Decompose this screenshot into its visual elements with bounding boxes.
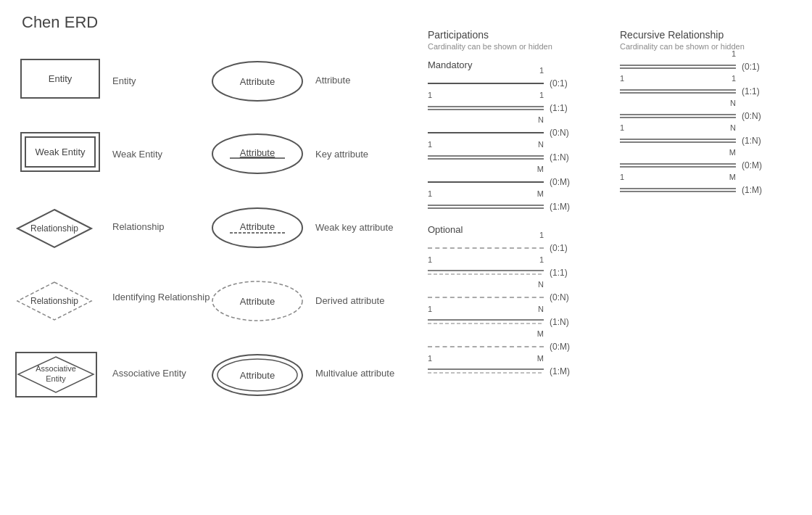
mandatory-0m-right-num: M	[537, 165, 544, 173]
attribute-weakkey-row: Attribute	[210, 206, 304, 252]
recursive-1m-card: (1:M)	[742, 185, 762, 195]
assoc-entity-shape-row: Associative Entity	[14, 351, 98, 398]
mandatory-0n-card: (0:N)	[550, 128, 569, 138]
recursive-1n-row: 1 N (1:N)	[620, 133, 801, 148]
associative-entity-label: Associative Entity	[112, 368, 186, 379]
attribute-normal-row: Attribute	[210, 59, 304, 105]
mandatory-11-right-num: 1	[539, 91, 544, 99]
optional-11-card: (1:1)	[550, 268, 568, 278]
optional-0n-dashed	[428, 297, 544, 298]
attribute-multivalue-svg: Attribute	[210, 352, 304, 399]
optional-11-lines	[428, 268, 544, 277]
recursive-1m-line: 1 M	[620, 183, 736, 197]
optional-1n-lines	[428, 318, 544, 326]
recursive-0n-line: N	[620, 109, 736, 123]
entity-shape: Entity	[20, 59, 100, 99]
weak-entity-shape-label: Weak Entity	[35, 147, 85, 157]
page-title: Chen ERD	[22, 13, 98, 32]
optional-0m-dashed	[428, 346, 544, 347]
attribute-derived-svg: Attribute	[210, 279, 304, 323]
svg-text:Attribute: Attribute	[240, 221, 275, 232]
recursive-0m-row: M (0:M)	[620, 158, 801, 173]
recursive-0n-right-num: N	[730, 99, 736, 107]
mandatory-1m-card: (1:M)	[550, 202, 570, 212]
relationship-diamond-svg	[14, 207, 94, 250]
entity-label: Entity	[112, 75, 136, 86]
attribute-normal-svg: Attribute	[210, 59, 304, 103]
participations-title: Participations	[428, 29, 620, 41]
optional-0m-row: M (0:M)	[428, 339, 620, 354]
mandatory-0n-row: N (0:N)	[428, 125, 620, 140]
recursive-0m-line: M	[620, 158, 736, 173]
recursive-1n-left-num: 1	[620, 123, 624, 132]
recursive-0n-card: (0:N)	[742, 111, 761, 121]
optional-0m-line: M	[428, 339, 544, 354]
svg-text:Attribute: Attribute	[240, 296, 275, 307]
optional-1n-left-num: 1	[428, 305, 432, 313]
optional-1n-card: (1:N)	[550, 317, 569, 327]
optional-11-right-num: 1	[539, 255, 544, 264]
recursive-11-doubleline	[620, 88, 736, 95]
entity-shape-row: Entity	[20, 59, 100, 99]
recursive-01-row: 1 (0:1)	[620, 59, 801, 74]
optional-1m-lines	[428, 367, 544, 376]
mandatory-01-right-num: 1	[539, 66, 544, 75]
relationship-label: Relationship	[112, 221, 165, 232]
identifying-relationship-label: Identifying Relationship	[112, 292, 210, 302]
attribute-key-svg: Attribute	[210, 132, 304, 176]
optional-label: Optional	[428, 224, 620, 235]
recursive-title: Recursive Relationship	[620, 29, 801, 41]
identifying-relationship-shape: Relationship	[14, 279, 94, 323]
relationship-shape-row: Relationship	[14, 207, 94, 250]
identifying-rel-diamond-svg	[14, 279, 94, 323]
recursive-1m-row: 1 M (1:M)	[620, 183, 801, 197]
associative-entity-shape: Associative Entity	[14, 351, 98, 398]
recursive-panel: Recursive Relationship Cardinality can b…	[620, 29, 801, 207]
mandatory-0m-solid	[428, 181, 544, 183]
mandatory-0m-card: (0:M)	[550, 177, 570, 187]
participations-subtitle: Cardinality can be shown or hidden	[428, 42, 620, 51]
optional-1n-row: 1 N (1:N)	[428, 315, 620, 329]
optional-0m-right-num: M	[537, 329, 544, 338]
optional-01-card: (0:1)	[550, 243, 568, 253]
mandatory-11-doubleline	[428, 104, 544, 112]
mandatory-01-line: 1	[428, 76, 544, 91]
mandatory-11-left-num: 1	[428, 91, 432, 99]
svg-text:Associative: Associative	[36, 364, 76, 373]
attribute-derived-label: Derived attribute	[315, 295, 384, 306]
mandatory-1n-card: (1:N)	[550, 152, 569, 162]
recursive-1m-doubleline	[620, 186, 736, 194]
recursive-0n-doubleline	[620, 112, 736, 120]
optional-1m-card: (1:M)	[550, 366, 570, 376]
svg-text:Attribute: Attribute	[240, 76, 275, 87]
attribute-key-row: Attribute	[210, 132, 304, 178]
recursive-01-card: (0:1)	[742, 62, 760, 72]
optional-0m-card: (0:M)	[550, 342, 570, 352]
mandatory-0m-line: M	[428, 175, 544, 189]
optional-1n-right-num: N	[538, 305, 544, 313]
mandatory-11-line: 1 1	[428, 101, 544, 115]
recursive-01-line: 1	[620, 59, 736, 74]
attribute-key-label: Key attribute	[315, 149, 368, 160]
mandatory-01-solid	[428, 83, 544, 84]
recursive-1n-right-num: N	[730, 123, 736, 132]
entity-shape-label: Entity	[49, 73, 72, 84]
attribute-multivalue-label: Multivalue attribute	[315, 368, 394, 379]
optional-0n-line: N	[428, 290, 544, 305]
mandatory-11-card: (1:1)	[550, 103, 568, 113]
recursive-01-doubleline	[620, 63, 736, 70]
optional-01-right-num: 1	[539, 231, 544, 239]
optional-11-left-num: 1	[428, 255, 432, 264]
recursive-1n-card: (1:N)	[742, 136, 761, 146]
recursive-11-line: 1 1	[620, 84, 736, 99]
mandatory-1n-left-num: 1	[428, 140, 432, 149]
optional-11-row: 1 1 (1:1)	[428, 265, 620, 280]
optional-0n-row: N (0:N)	[428, 290, 620, 305]
weak-entity-label: Weak Entity	[112, 149, 162, 160]
optional-11-line: 1 1	[428, 265, 544, 280]
optional-0n-right-num: N	[538, 280, 544, 289]
recursive-11-card: (1:1)	[742, 86, 760, 96]
recursive-0m-doubleline	[620, 162, 736, 169]
recursive-1n-doubleline	[620, 137, 736, 144]
recursive-0n-row: N (0:N)	[620, 109, 801, 123]
